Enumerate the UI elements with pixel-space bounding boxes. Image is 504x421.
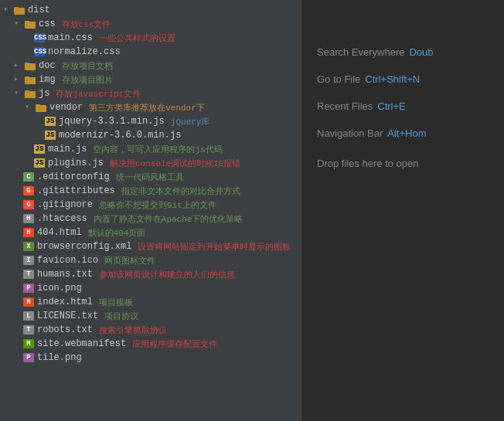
file-icon-license: L [23,311,34,321]
item-comment: 默认的404页面 [88,227,146,239]
tree-item-js[interactable]: js存放javascript文件 [0,87,301,100]
item-name: 404.html [37,227,82,238]
file-icon-html: H [23,228,34,237]
item-name: .gitignore [37,199,93,210]
item-comment: 搜索引擎抓取协议 [99,324,167,336]
item-comment: jQuery库 [171,116,210,127]
folder-icon [25,61,36,70]
file-icon-txt: T [23,325,34,334]
tree-item-indexhtml[interactable]: Hindex.html项目模板 [0,295,301,309]
tree-item-doc[interactable]: doc存放项目文档 [0,59,301,73]
folder-icon [25,75,36,84]
tree-item-vendor[interactable]: vendor第三方类库推荐放在vendor下 [0,100,301,114]
item-name: jquery-3.3.1.min.js [59,116,165,127]
tree-item-404html[interactable]: H404.html默认的404页面 [0,226,301,239]
tree-item-favicon[interactable]: Ifavicon.ico网页图标文件 [0,253,301,267]
item-name: doc [39,60,56,71]
folder-icon [25,19,36,29]
arrow-icon [14,89,23,98]
arrow-icon [14,61,23,70]
item-name: tile.png [37,352,82,363]
svg-rect-11 [36,104,40,107]
drop-files-text: Drop files here to open [317,158,419,169]
item-comment: 解决用console调试的时候IE报错 [110,158,240,169]
file-icon-config: C [23,172,34,182]
shortcut-key[interactable]: Ctrl+Shift+N [365,73,420,85]
file-icon-manifest: M [23,339,34,348]
tree-item-main.css[interactable]: CSSmain.css一些公共样式的设置 [0,31,301,45]
item-name: icon.png [37,283,82,294]
svg-rect-7 [25,76,29,80]
item-comment: 统一代码风格工具 [116,171,184,183]
item-comment: 指定非文本文件的对比合并方式 [121,185,240,197]
item-name: plugins.js [48,158,104,168]
shortcut-recent-files: Recent FilesCtrl+E [317,100,489,112]
tree-item-humans[interactable]: Thumans.txt参加该网页设计和建立的人们的信息 [0,267,301,281]
svg-rect-9 [25,90,29,93]
tree-item-dist[interactable]: dist [0,3,301,17]
item-comment: 存放项目文档 [62,60,113,72]
file-icon-txt: T [23,270,34,279]
folder-icon [36,103,46,112]
file-tree[interactable]: distcss存放css文件CSSmain.css一些公共样式的设置CSSnor… [0,0,301,421]
tree-item-iconpng[interactable]: Picon.png [0,281,301,295]
tree-item-gitattributes[interactable]: G.gitattributes指定非文本文件的对比合并方式 [0,184,301,198]
shortcut-key[interactable]: Alt+Hom [387,127,426,139]
shortcut-navigation-bar: Navigation BarAlt+Hom [317,127,489,139]
tree-item-license[interactable]: LLICENSE.txt项目协议 [0,309,301,323]
tree-item-css[interactable]: css存放css文件 [0,17,301,31]
item-comment: 第三方类库推荐放在vendor下 [89,102,205,114]
item-comment: 一些公共样式的设置 [99,32,175,44]
file-icon-xml: X [23,242,34,251]
shortcut-goto-file: Go to FileCtrl+Shift+N [317,73,489,85]
tree-item-tilepng[interactable]: Ptile.png [0,351,301,365]
file-icon-git: G [23,186,34,195]
tree-item-normalize.css[interactable]: CSSnormalize.css [0,45,301,59]
item-name: site.webmanifest [37,338,126,349]
item-comment: 网页图标文件 [104,255,155,267]
tree-item-plugins.js[interactable]: JSplugins.js解决用console调试的时候IE报错 [0,156,301,170]
item-comment: 应用程序缓存配置文件 [132,338,217,350]
shortcut-label: Search Everywhere [317,46,404,58]
shortcut-key[interactable]: Doub [409,46,433,58]
drop-files-item: Drop files here to open [317,154,489,169]
file-icon-html: H [23,297,34,307]
folder-icon [25,89,36,98]
item-name: robots.txt [37,324,93,335]
tree-item-editorconfig[interactable]: C.editorconfig统一代码风格工具 [0,170,301,184]
tree-item-modernizr[interactable]: JSmodernizr-3.6.0.min.js [0,128,301,142]
svg-rect-5 [25,63,29,66]
file-icon-png: P [23,353,34,362]
shortcut-key[interactable]: Ctrl+E [377,100,405,112]
item-name: .editorconfig [37,171,110,182]
shortcut-label: Recent Files [317,100,373,112]
item-name: favicon.ico [37,255,98,266]
tree-item-gitignore[interactable]: G.gitignore忽略你不想提交到Git上的文件 [0,198,301,212]
tree-item-manifest[interactable]: Msite.webmanifest应用程序缓存配置文件 [0,337,301,351]
item-comment: 存放javascript文件 [56,88,141,100]
tree-item-htaccess[interactable]: H.htaccess内置了静态文件在Apache下的优化策略 [0,212,301,226]
item-name: css [39,19,56,29]
shortcut-label: Navigation Bar [317,127,383,139]
item-name: .htaccess [37,213,87,224]
item-name: humans.txt [37,269,93,280]
item-comment: 存放css文件 [62,19,111,30]
tree-item-robots[interactable]: Trobots.txt搜索引擎抓取协议 [0,323,301,337]
item-name: img [39,74,56,85]
folder-icon [14,5,25,15]
item-comment: 项目协议 [104,311,138,322]
svg-rect-3 [25,21,29,24]
item-comment: 存放项目图片 [62,74,113,86]
tree-item-img[interactable]: img存放项目图片 [0,73,301,87]
item-name: dist [28,5,50,15]
file-icon-png: P [23,283,34,293]
arrow-icon [25,103,34,112]
item-name: index.html [37,297,93,307]
tree-item-jquery[interactable]: JSjquery-3.3.1.min.jsjQuery库 [0,114,301,128]
tree-item-browserconfig[interactable]: Xbrowserconfig.xml设置将网站固定到开始菜单时显示的图标 [0,239,301,253]
item-comment: 参加该网页设计和建立的人们的信息 [99,269,235,280]
item-name: vendor [49,102,83,113]
tree-item-main.js[interactable]: JSmain.js空内容，可写入应用程序的js代码 [0,142,301,156]
arrow-icon [14,19,23,29]
right-panel: Search EverywhereDoubGo to FileCtrl+Shif… [301,0,504,421]
